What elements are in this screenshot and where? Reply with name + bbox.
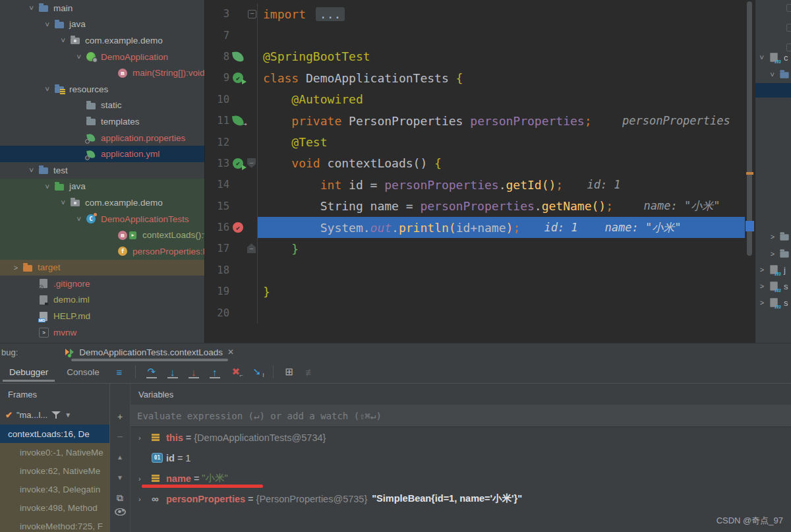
move-up-icon[interactable]: ▲ (110, 447, 130, 467)
variable-row-personProperties[interactable]: ›∞personProperties={PersonProperties@573… (131, 488, 791, 509)
chevron-icon[interactable]: > (28, 165, 36, 175)
fold-marker-start[interactable]: – (247, 158, 256, 168)
tree-item-test[interactable]: >test (0, 162, 204, 179)
expander-chevron-icon[interactable]: › (138, 475, 152, 483)
tree-item-personproperties-pe[interactable]: fpersonProperties:Pe (0, 243, 204, 260)
tab-debugger[interactable]: Debugger (0, 363, 57, 382)
copy-icon[interactable]: ⧉ (110, 488, 130, 508)
run-test-gutter-icon[interactable]: ✔ (233, 158, 243, 169)
right-tree-row[interactable]: >ms (755, 279, 791, 293)
stack-frame-row[interactable]: contextLoads:16, De (0, 425, 109, 443)
tab-console[interactable]: Console (57, 363, 109, 382)
evaluate-expression-icon[interactable]: ⊞ (281, 364, 298, 380)
chevron-icon[interactable]: > (767, 250, 778, 258)
close-icon[interactable]: ✕ (227, 347, 234, 357)
tree-item-demoapplication[interactable]: >DemoApplication (0, 49, 204, 65)
step-out-icon[interactable]: ↑ (206, 364, 223, 380)
tree-item-java[interactable]: >java (0, 16, 204, 33)
fold-column[interactable] (247, 89, 258, 110)
fold-expand-icon[interactable]: – (248, 10, 256, 18)
scrollbar-thumb[interactable] (747, 1, 752, 256)
tree-item-templates[interactable]: templates (0, 113, 204, 130)
fold-marker-end[interactable]: – (247, 243, 256, 253)
gutter-slot[interactable] (229, 51, 247, 62)
gutter-slot[interactable]: ✔ (229, 222, 247, 233)
tree-item-mvnw[interactable]: >mvnw (0, 324, 204, 341)
drop-frame-icon[interactable]: ✖⌐ (227, 364, 245, 380)
chevron-icon[interactable]: > (44, 181, 51, 192)
right-tree-row[interactable]: > (755, 67, 791, 82)
code-editor[interactable]: 3–import ...78@SpringBootTest9✔class Dem… (205, 0, 745, 346)
tree-item-demo-iml[interactable]: demo.iml (0, 292, 204, 309)
fold-column[interactable] (247, 302, 258, 323)
tree-item-application-yml[interactable]: application.yml (0, 146, 204, 162)
step-over-icon[interactable]: ↷ (143, 364, 160, 380)
tree-item-com-example-demo[interactable]: >com.example.demo (0, 194, 204, 211)
gutter-slot[interactable] (229, 115, 247, 126)
chevron-icon[interactable]: > (11, 264, 21, 272)
fold-column[interactable] (247, 110, 258, 131)
chevron-icon[interactable]: > (44, 19, 51, 30)
fold-column[interactable] (247, 67, 258, 88)
fold-column[interactable] (247, 46, 258, 67)
show-values-eye-icon[interactable]: ▾ (115, 508, 126, 516)
fold-column[interactable] (247, 281, 258, 302)
remove-watch-icon[interactable]: − (110, 427, 130, 447)
filter-funnel-icon[interactable] (51, 411, 61, 419)
chevron-icon[interactable]: > (75, 51, 83, 62)
stack-frame-row[interactable]: invoke:43, Delegatin (0, 480, 109, 498)
fold-column[interactable]: – (247, 238, 258, 259)
right-tree-row[interactable]: >mj (755, 262, 791, 277)
tree-item-help-md[interactable]: HELP.md (0, 308, 204, 324)
right-tree-row[interactable]: > (755, 247, 791, 261)
step-into-icon[interactable]: ↓ (164, 364, 181, 380)
run-to-cursor-icon[interactable]: ➘I (249, 364, 266, 380)
right-tree-row[interactable]: >ms (755, 295, 791, 310)
gutter-slot[interactable]: ✔ (229, 158, 247, 169)
chevron-icon[interactable]: > (28, 3, 36, 13)
tree-item-java[interactable]: >java (0, 179, 204, 195)
chevron-icon[interactable]: > (757, 266, 767, 274)
fold-column[interactable] (247, 24, 258, 45)
right-tree-row[interactable]: > (755, 229, 791, 244)
fold-column[interactable] (247, 260, 258, 281)
tree-item-main-string-void[interactable]: mmain(String[]):void (0, 65, 204, 81)
chevron-down-icon[interactable]: ▼ (65, 411, 71, 419)
fold-column[interactable]: – (247, 3, 258, 24)
tree-item-application-properties[interactable]: application.properties (0, 130, 204, 146)
stack-frame-row[interactable]: invoke:498, Method (0, 498, 109, 517)
chevron-icon[interactable]: > (757, 299, 767, 307)
mute-breakpoints-icon[interactable]: ≢ (302, 364, 319, 380)
tree-item--gitignore[interactable]: .gitignore (0, 276, 204, 292)
chevron-icon[interactable]: > (44, 84, 51, 94)
tree-item-main[interactable]: >main (0, 0, 204, 16)
tree-item-com-example-demo[interactable]: >com.example.demo (0, 32, 204, 49)
evaluate-expression-input[interactable]: Evaluate expression (↵) or add a watch (… (131, 405, 791, 427)
chevron-icon[interactable]: > (59, 35, 67, 45)
thread-selector[interactable]: ✔ "ma...l... ▼ (0, 405, 109, 425)
fold-column[interactable] (247, 174, 258, 195)
editor-scrollbar[interactable] (745, 0, 755, 343)
spring-bean-gutter-icon[interactable] (232, 51, 244, 63)
move-down-icon[interactable]: ▼ (110, 467, 130, 488)
tree-item-resources[interactable]: >resources (0, 81, 204, 98)
tree-item-static[interactable]: static (0, 98, 204, 114)
chevron-icon[interactable]: > (59, 197, 67, 208)
fold-column[interactable] (247, 196, 258, 217)
expander-chevron-icon[interactable]: › (138, 495, 152, 503)
chevron-icon[interactable]: > (769, 69, 776, 80)
fold-column[interactable]: – (247, 153, 258, 174)
debug-session-tab[interactable]: DemoApplicationTests.contextLoads ✕ (65, 347, 234, 357)
stack-frame-row[interactable]: invoke0:-1, NativeMe (0, 443, 109, 461)
gutter-slot[interactable]: ✔ (229, 73, 247, 83)
autowired-gutter-icon[interactable] (232, 115, 244, 127)
force-step-into-icon[interactable]: ↓ (185, 364, 202, 380)
tree-item-target[interactable]: >target (0, 260, 204, 276)
right-tree-row[interactable]: >mc (755, 50, 791, 65)
tree-item-demoapplicationtests[interactable]: >CDemoApplicationTests (0, 211, 204, 227)
variable-row-this[interactable]: ›this={DemoApplicationTests@5734} (131, 427, 791, 448)
stack-frame-row[interactable]: invoke:62, NativeMe (0, 461, 109, 480)
fold-column[interactable] (247, 131, 258, 152)
stack-frame-row[interactable]: invokeMethod:725, F (0, 517, 109, 532)
run-test-gutter-icon[interactable]: ✔ (233, 73, 243, 83)
